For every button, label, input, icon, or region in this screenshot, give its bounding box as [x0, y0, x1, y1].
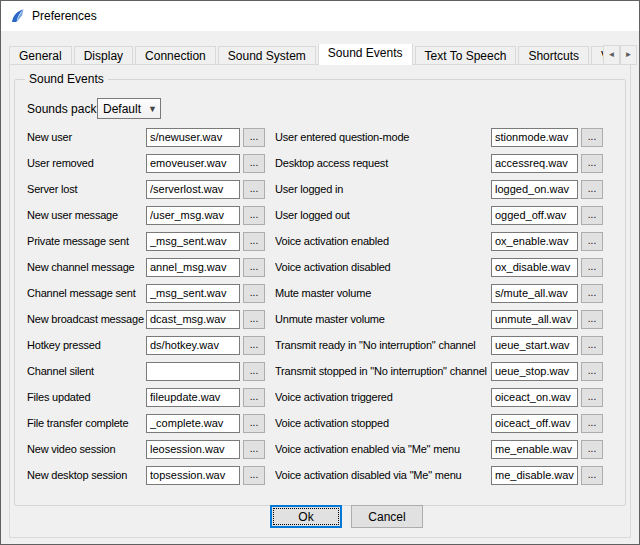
sound-event-label: Voice activation triggered	[275, 391, 491, 403]
sound-event-row: Private message sent...	[27, 228, 267, 254]
browse-button[interactable]: ...	[581, 232, 603, 251]
browse-button[interactable]: ...	[243, 336, 265, 355]
sound-file-input[interactable]	[491, 284, 578, 303]
sound-event-label: New video session	[27, 443, 146, 455]
browse-button[interactable]: ...	[243, 180, 265, 199]
title-bar: Preferences	[1, 1, 639, 31]
sound-event-row: Hotkey pressed...	[27, 332, 267, 358]
sound-event-row: Voice activation stopped...	[275, 410, 605, 436]
browse-button[interactable]: ...	[581, 336, 603, 355]
browse-button[interactable]: ...	[243, 128, 265, 147]
browse-button[interactable]: ...	[581, 154, 603, 173]
browse-button[interactable]: ...	[243, 258, 265, 277]
sound-event-label: Transmit ready in "No interruption" chan…	[275, 339, 491, 351]
sound-event-row: Voice activation triggered...	[275, 384, 605, 410]
browse-button[interactable]: ...	[243, 232, 265, 251]
sound-event-label: User entered question-mode	[275, 131, 491, 143]
tab-display[interactable]: Display	[74, 46, 133, 65]
tab-text-to-speech[interactable]: Text To Speech	[415, 46, 517, 65]
sound-file-input[interactable]	[146, 154, 240, 173]
sound-file-input[interactable]	[146, 336, 240, 355]
browse-button[interactable]: ...	[581, 258, 603, 277]
sounds-pack-label: Sounds pack	[27, 102, 97, 116]
sound-event-row: Desktop access request...	[275, 150, 605, 176]
tab-connection[interactable]: Connection	[135, 46, 216, 65]
sound-events-right-column: User entered question-mode... Desktop ac…	[275, 124, 605, 488]
sound-file-input[interactable]	[491, 310, 578, 329]
browse-button[interactable]: ...	[581, 466, 603, 485]
sound-event-label: New desktop session	[27, 469, 146, 481]
sound-event-row: New user...	[27, 124, 267, 150]
tab-shortcuts[interactable]: Shortcuts	[518, 46, 589, 65]
browse-button[interactable]: ...	[581, 362, 603, 381]
browse-button[interactable]: ...	[581, 310, 603, 329]
sound-file-input[interactable]	[491, 336, 578, 355]
ok-button[interactable]: Ok	[270, 505, 342, 528]
browse-button[interactable]: ...	[243, 310, 265, 329]
sounds-pack-combobox[interactable]: Default ▼	[97, 98, 161, 119]
sound-file-input[interactable]	[146, 258, 240, 277]
groupbox-title: Sound Events	[25, 72, 108, 86]
sound-event-label: New channel message	[27, 261, 146, 273]
sound-event-label: User logged in	[275, 183, 491, 195]
sound-event-row: File transfer complete...	[27, 410, 267, 436]
cancel-button[interactable]: Cancel	[351, 505, 423, 528]
sound-event-label: File transfer complete	[27, 417, 146, 429]
browse-button[interactable]: ...	[581, 284, 603, 303]
sound-file-input[interactable]	[146, 440, 240, 459]
browse-button[interactable]: ...	[581, 206, 603, 225]
tab-general[interactable]: General	[9, 46, 72, 65]
sounds-pack-value: Default	[103, 102, 141, 116]
sound-file-input[interactable]	[146, 206, 240, 225]
sound-file-input[interactable]	[146, 180, 240, 199]
sound-file-input[interactable]	[491, 388, 578, 407]
sound-event-row: Channel message sent...	[27, 280, 267, 306]
sound-file-input[interactable]	[491, 180, 578, 199]
sound-file-input[interactable]	[491, 128, 578, 147]
sound-file-input[interactable]	[491, 362, 578, 381]
browse-button[interactable]: ...	[581, 414, 603, 433]
browse-button[interactable]: ...	[243, 362, 265, 381]
tab-page-sound-events: Sound Events Sounds pack Default ▼ New u…	[9, 64, 631, 538]
browse-button[interactable]: ...	[581, 440, 603, 459]
sound-file-input[interactable]	[491, 154, 578, 173]
sound-event-row: User logged in...	[275, 176, 605, 202]
sound-file-input[interactable]	[491, 258, 578, 277]
sound-file-input[interactable]	[146, 128, 240, 147]
browse-button[interactable]: ...	[581, 388, 603, 407]
browse-button[interactable]: ...	[581, 180, 603, 199]
sound-event-label: New user	[27, 131, 146, 143]
sound-event-label: Mute master volume	[275, 287, 491, 299]
tab-sound-system[interactable]: Sound System	[218, 46, 316, 65]
sound-event-label: Voice activation enabled	[275, 235, 491, 247]
tab-scroll-right-button[interactable]: ►	[620, 45, 637, 65]
sound-file-input[interactable]	[146, 310, 240, 329]
sound-file-input[interactable]	[491, 232, 578, 251]
browse-button[interactable]: ...	[581, 128, 603, 147]
browse-button[interactable]: ...	[243, 154, 265, 173]
sound-file-input[interactable]	[491, 440, 578, 459]
sound-event-row: Channel silent...	[27, 358, 267, 384]
sound-file-input[interactable]	[491, 466, 578, 485]
tab-scroll-left-button[interactable]: ◄	[603, 45, 620, 65]
sound-file-input[interactable]	[491, 206, 578, 225]
sound-file-input[interactable]	[146, 388, 240, 407]
sound-file-input[interactable]	[491, 414, 578, 433]
sound-event-label: Hotkey pressed	[27, 339, 146, 351]
sound-file-input[interactable]	[146, 232, 240, 251]
tab-strip: General Display Connection Sound System …	[9, 44, 631, 65]
sound-file-input[interactable]	[146, 414, 240, 433]
sound-event-row: Voice activation disabled via "Me" menu.…	[275, 462, 605, 488]
browse-button[interactable]: ...	[243, 206, 265, 225]
browse-button[interactable]: ...	[243, 440, 265, 459]
sound-event-row: Transmit stopped in "No interruption" ch…	[275, 358, 605, 384]
sound-file-input[interactable]	[146, 362, 240, 381]
browse-button[interactable]: ...	[243, 466, 265, 485]
browse-button[interactable]: ...	[243, 388, 265, 407]
tab-sound-events[interactable]: Sound Events	[318, 44, 413, 65]
browse-button[interactable]: ...	[243, 414, 265, 433]
browse-button[interactable]: ...	[243, 284, 265, 303]
sound-file-input[interactable]	[146, 466, 240, 485]
sound-file-input[interactable]	[146, 284, 240, 303]
sound-event-label: Server lost	[27, 183, 146, 195]
